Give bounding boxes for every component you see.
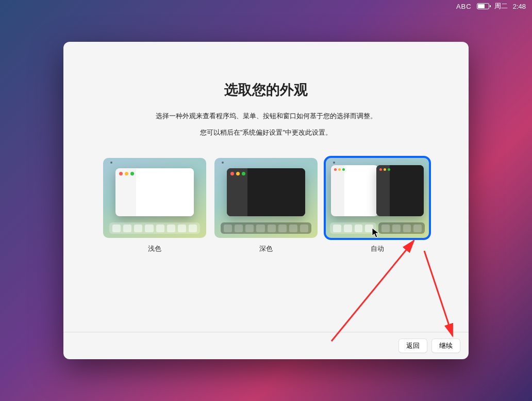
appearance-options: 浅色 深色 <box>63 158 469 253</box>
menubar-time[interactable]: 2:48 <box>513 3 526 10</box>
appearance-thumb-light <box>103 158 206 238</box>
input-source-label[interactable]: ABC <box>456 3 472 10</box>
appearance-setup-dialog: 选取您的外观 选择一种外观来查看程序坞、菜单、按钮和窗口如何基于您的选择而调整。… <box>63 42 469 359</box>
page-subtitle-2: 您可以稍后在"系统偏好设置"中更改此设置。 <box>63 128 469 137</box>
dialog-footer: 返回 继续 <box>63 332 469 359</box>
appearance-option-light-label: 浅色 <box>148 244 161 253</box>
back-button[interactable]: 返回 <box>398 339 427 353</box>
menubar-day[interactable]: 周二 <box>494 2 508 11</box>
menu-bar: ABC 周二 2:48 <box>450 0 532 12</box>
page-subtitle-1: 选择一种外观来查看程序坞、菜单、按钮和窗口如何基于您的选择而调整。 <box>63 111 469 121</box>
appearance-thumb-dark <box>214 158 318 238</box>
appearance-thumb-auto <box>326 158 429 238</box>
appearance-option-auto[interactable]: 自动 <box>326 158 429 253</box>
appearance-option-light[interactable]: 浅色 <box>103 158 206 253</box>
page-title: 选取您的外观 <box>63 81 469 99</box>
appearance-option-dark[interactable]: 深色 <box>214 158 318 253</box>
battery-icon[interactable] <box>477 3 489 9</box>
continue-button[interactable]: 继续 <box>431 339 460 353</box>
appearance-option-auto-label: 自动 <box>371 244 384 253</box>
appearance-option-dark-label: 深色 <box>259 244 273 253</box>
dialog-content: 选取您的外观 选择一种外观来查看程序坞、菜单、按钮和窗口如何基于您的选择而调整。… <box>63 42 469 332</box>
